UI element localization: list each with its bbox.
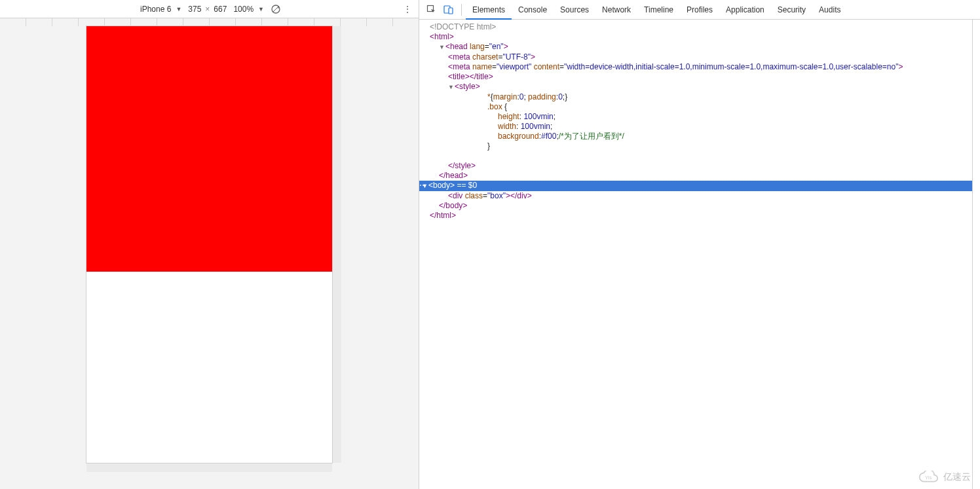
device-toolbar: iPhone 6 375 × 667 100% ⋮ (0, 0, 419, 18)
dom-css-height[interactable]: height: 100vmin; (422, 112, 972, 122)
dom-meta-viewport[interactable]: <meta name="viewport" content="width=dev… (422, 62, 972, 72)
dom-style-open[interactable]: <style> (455, 82, 480, 91)
dom-css-bg[interactable]: background:#f00;/*为了让用户看到*/ (422, 132, 972, 141)
dimension-separator: × (205, 5, 210, 14)
dom-style-close[interactable]: </style> (448, 161, 476, 170)
tab-divider (461, 4, 462, 16)
device-height-input[interactable]: 667 (214, 5, 227, 14)
dom-div-box[interactable]: <div class="box"></div> (422, 191, 972, 201)
rotate-icon[interactable] (271, 4, 281, 14)
dom-doctype[interactable]: <!DOCTYPE html> (430, 22, 496, 31)
dom-blank (422, 151, 972, 161)
tab-timeline[interactable]: Timeline (637, 0, 680, 20)
tab-audits[interactable]: Audits (812, 0, 847, 20)
watermark-text: 亿速云 (943, 471, 971, 483)
dom-css-width[interactable]: width: 100vmin; (422, 122, 972, 132)
ruler (0, 18, 419, 26)
svg-rect-4 (449, 8, 453, 14)
toggle-icon[interactable] (439, 42, 445, 52)
inspect-element-icon[interactable] (423, 1, 440, 18)
tab-application[interactable]: Application (719, 0, 771, 20)
device-preview-pane: iPhone 6 375 × 667 100% ⋮ (0, 0, 419, 489)
tab-console[interactable]: Console (512, 0, 554, 20)
tab-sources[interactable]: Sources (554, 0, 595, 20)
dom-title[interactable]: <title></title> (422, 72, 972, 82)
dom-body-close[interactable]: </body> (439, 201, 467, 210)
toggle-device-icon[interactable] (440, 1, 457, 18)
zoom-selector[interactable]: 100% (231, 3, 267, 15)
device-viewport[interactable] (86, 26, 332, 463)
tab-network[interactable]: Network (595, 0, 637, 20)
more-options-icon[interactable]: ⋮ (403, 4, 412, 14)
watermark: Yis 亿速云 (917, 471, 971, 484)
dom-css-reset[interactable]: *{margin:0; padding:0;} (422, 92, 972, 102)
page-box-element (86, 26, 332, 272)
dom-tree[interactable]: <!DOCTYPE html> <html> <head lang="en"> … (419, 20, 972, 489)
devtools-tabbar: Elements Console Sources Network Timelin… (419, 0, 980, 20)
device-width-input[interactable]: 375 (188, 5, 201, 14)
svg-text:Yis: Yis (925, 475, 932, 480)
dom-html-close[interactable]: </html> (430, 211, 456, 220)
toggle-icon[interactable] (448, 82, 455, 92)
dom-html-open[interactable]: <html> (430, 32, 454, 41)
dom-css-close[interactable]: } (422, 141, 972, 151)
cloud-icon: Yis (917, 471, 939, 484)
dom-head-close[interactable]: </head> (439, 171, 468, 180)
svg-line-1 (273, 6, 279, 12)
dom-meta-charset[interactable]: <meta charset="UTF-8"> (422, 52, 972, 62)
tab-security[interactable]: Security (771, 0, 812, 20)
dom-body-open-selected[interactable]: ⋯<body> == $0 (419, 181, 972, 191)
styles-pane-gutter[interactable] (972, 20, 980, 489)
dom-css-box[interactable]: .box { (422, 102, 972, 112)
tab-elements[interactable]: Elements (466, 0, 512, 20)
devtools-panel: Elements Console Sources Network Timelin… (419, 0, 980, 489)
device-selector[interactable]: iPhone 6 (138, 3, 184, 15)
tab-profiles[interactable]: Profiles (680, 0, 719, 20)
